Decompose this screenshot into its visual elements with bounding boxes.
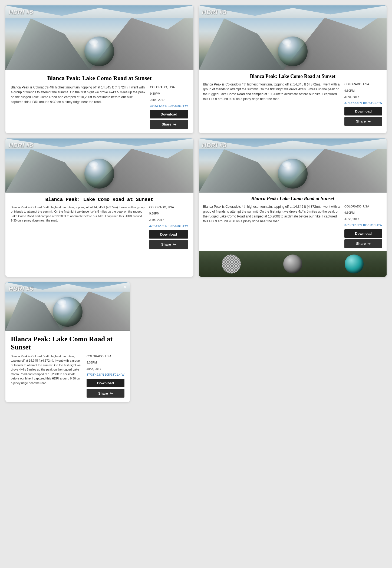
card-4-share-button[interactable]: Share ↪ (344, 239, 382, 248)
card-5-body: Blanca Peak: Lake Como Road at Sunset Bl… (5, 331, 130, 402)
hdri-badge-3: HDRI #5 (9, 142, 33, 149)
card-1-share-button[interactable]: Share ↪ (150, 120, 188, 129)
card-1-body: Blanca Peak: Lake Como Road at Sunset Bl… (5, 70, 193, 133)
hdri-badge-2: HDRI #5 (202, 9, 227, 16)
card-3-body: Blanca Peak: Lake Como Road at Sunset Bl… (5, 193, 193, 253)
card-2-month: June, 2017 (344, 95, 382, 100)
share-arrow-icon-2: ↪ (367, 119, 371, 124)
card-4-content: Blanca Peak is Colorado's 4th highest mo… (203, 204, 383, 248)
card-1-description: Blanca Peak is Colorado's 4th highest mo… (11, 85, 146, 104)
card-1-month: June, 2017 (150, 98, 188, 103)
card-2-body: Blanca Peak: Lake Como Road at Sunset Bl… (199, 70, 387, 129)
preview-ball-mosaic (222, 255, 241, 273)
card-4-month: June, 2017 (344, 217, 382, 222)
card-1-share-label: Share (162, 122, 171, 126)
preview-ball-gray (283, 255, 302, 273)
hdri-badge-1: HDRI #5 (9, 9, 33, 16)
card-4-body: Blanca Peak: Lake Como Road at Sunset Bl… (199, 193, 387, 251)
card-4: HDRI #5 Blanca Peak: Lake Como Road at S… (199, 138, 387, 277)
sphere-container-5 (53, 297, 83, 327)
card-3-title: Blanca Peak: Lake Como Road at Sunset (11, 197, 188, 202)
sphere-container-2 (278, 37, 308, 66)
card-2: HDRI #5 Blanca Peak: Lake Como Road at S… (199, 5, 387, 133)
card-5-close-button[interactable]: ✕ (123, 284, 127, 290)
share-arrow-icon-5: ↪ (110, 391, 113, 395)
card-3-share-button[interactable]: Share ↪ (149, 240, 188, 249)
card-4-share-label: Share (356, 242, 366, 246)
hdri-badge-4: HDRI #5 (202, 142, 227, 149)
share-arrow-icon-3: ↪ (173, 242, 176, 247)
card-4-coords[interactable]: 37°33'42.8"N 105°33'01.4"W (344, 223, 382, 227)
card-2-content: Blanca Peak is Colorado's 4th highest mo… (203, 82, 383, 126)
card-1-meta: COLORADO, USA 9:30PM June, 2017 37°33'42… (150, 85, 188, 129)
card-1-content: Blanca Peak is Colorado's 4th highest mo… (11, 85, 188, 129)
card-3-location: COLORADO, USA (149, 205, 188, 210)
card-5-time: 9:38PM (87, 360, 124, 365)
card-3-time: 9:38PM (149, 211, 188, 216)
card-2-meta: COLORADO, USA 9:30PM June, 2017 37°33'42… (344, 82, 382, 126)
card-5-coords[interactable]: 37°33'42.8"N 105°33'01.4"W (87, 373, 124, 376)
card-3-coords[interactable]: 37°33'42.8" N 105°33'01.4"W (149, 224, 188, 227)
card-1: HDRI #5 Blanca Peak: Lake Como Road at S… (5, 5, 193, 133)
card-3-image: HDRI #5 (5, 138, 193, 193)
card-2-share-button[interactable]: Share ↪ (344, 117, 382, 126)
card-3-share-label: Share (161, 242, 171, 246)
card-4-image: HDRI #5 (199, 138, 387, 193)
sphere-5 (53, 297, 83, 327)
card-5-share-button[interactable]: Share ↪ (87, 389, 124, 398)
card-2-download-button[interactable]: Download (344, 107, 382, 115)
card-1-title: Blanca Peak: Lake Como Road at Sunset (11, 75, 188, 82)
sphere-4 (278, 159, 308, 189)
sphere-2 (278, 37, 308, 66)
card-4-download-button[interactable]: Download (344, 229, 382, 238)
card-3-description: Blanca Peak is Colorado's 4th highest mo… (11, 205, 145, 223)
card-2-description: Blanca Peak is Colorado's 4th highest mo… (203, 82, 340, 101)
card-5-content: Blanca Peak is Colorado's 4th highest mo… (11, 354, 124, 398)
card-5-description: Blanca Peak is Colorado's 4th highest mo… (11, 354, 82, 385)
share-arrow-icon-4: ↪ (367, 242, 371, 246)
share-arrow-icon-1: ↪ (173, 122, 176, 127)
sphere-container-4 (278, 159, 308, 189)
card-5-image: HDRI #5 ✕ (5, 282, 130, 331)
card-4-location: COLORADO, USA (344, 204, 382, 209)
card-5: HDRI #5 ✕ Blanca Peak: Lake Como Road at… (5, 282, 130, 402)
card-2-location: COLORADO, USA (344, 82, 382, 87)
card-1-download-button[interactable]: Download (150, 110, 188, 118)
card-3-content: Blanca Peak is Colorado's 4th highest mo… (11, 205, 188, 249)
preview-ball-teal (345, 255, 364, 273)
card-2-image: HDRI #5 (199, 5, 387, 70)
hdri-badge-5: HDRI #5 (9, 285, 33, 292)
card-1-location: COLORADO, USA (150, 85, 188, 90)
sphere-1 (84, 37, 114, 66)
card-5-title: Blanca Peak: Lake Como Road at Sunset (11, 335, 124, 351)
card-2-title: Blanca Peak: Lake Como Road at Sunset (203, 74, 383, 79)
card-2-time: 9:30PM (344, 88, 382, 93)
sphere-3 (84, 159, 114, 189)
card-2-coords[interactable]: 37°33'42.8"N 105°33'01.4"W (344, 101, 382, 104)
card-1-image: HDRI #5 (5, 5, 193, 70)
card-3-download-button[interactable]: Download (149, 230, 188, 239)
card-5-download-button[interactable]: Download (87, 379, 124, 387)
card-4-meta: COLORADO, USA 9:30PM June, 2017 37°33'42… (344, 204, 382, 248)
card-4-title: Blanca Peak: Lake Como Road at Sunset (203, 196, 383, 202)
card-5-share-label: Share (98, 391, 108, 395)
card-5-meta: COLORADO, USA 9:38PM June, 2017 37°33'42… (87, 354, 124, 398)
card-3-meta: COLORADO, USA 9:38PM June, 2017 37°33'42… (149, 205, 188, 249)
card-4-time: 9:30PM (344, 210, 382, 215)
card-5-location: COLORADO, USA (87, 354, 124, 359)
card-1-coords[interactable]: 37°33'42.8"N 105°33'01.4"W (150, 104, 188, 107)
card-4-preview-strip (199, 251, 387, 277)
sphere-container-3 (84, 159, 114, 189)
card-5-month: June, 2017 (87, 367, 124, 372)
card-2-share-label: Share (356, 119, 366, 123)
card-3-month: June, 2017 (149, 218, 188, 223)
card-1-time: 9:30PM (150, 91, 188, 96)
card-3: HDRI #5 Blanca Peak: Lake Como Road at S… (5, 138, 193, 277)
sphere-container-1 (84, 37, 114, 66)
card-4-description: Blanca Peak is Colorado's 4th highest mo… (203, 204, 340, 224)
